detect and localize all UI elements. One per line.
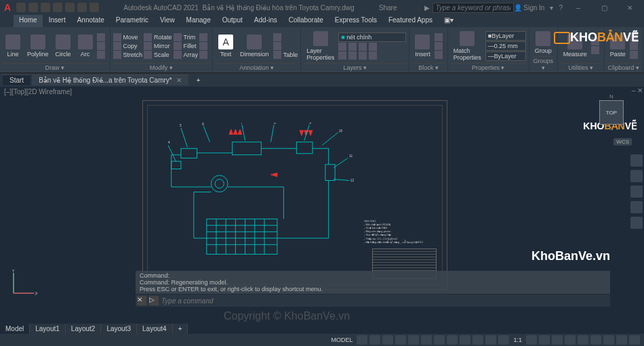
cube-top-face[interactable]: TOP	[599, 100, 624, 125]
tab-manage[interactable]: Manage	[181, 15, 216, 27]
layout-3[interactable]: Layout3	[101, 324, 137, 334]
modify-more-2[interactable]	[199, 42, 209, 50]
draw-more-1[interactable]	[97, 33, 107, 41]
util-tool-2[interactable]	[591, 46, 601, 54]
copy-button[interactable]: Copy	[113, 42, 143, 50]
status-qprop-icon[interactable]	[565, 335, 576, 345]
status-dyn-icon[interactable]	[447, 335, 458, 345]
arc-button[interactable]: Arc	[75, 33, 96, 59]
status-clean-icon[interactable]	[616, 335, 627, 345]
panel-draw-label[interactable]: Draw ▾	[3, 63, 107, 71]
panel-block-label[interactable]: Block ▾	[412, 63, 445, 71]
command-input[interactable]	[161, 297, 609, 305]
nav-showmotion-icon[interactable]	[630, 217, 643, 229]
layout-1[interactable]: Layout1	[30, 324, 66, 334]
status-ortho-icon[interactable]	[382, 335, 393, 345]
anno-scale[interactable]: 1:1	[511, 337, 524, 343]
layer-tool-3[interactable]	[359, 43, 367, 51]
tab-view[interactable]: View	[155, 15, 180, 27]
status-custom-icon[interactable]	[629, 335, 640, 345]
block-tool-3[interactable]	[435, 51, 445, 59]
layer-properties-button[interactable]: Layer Properties	[304, 30, 337, 62]
status-hardware-icon[interactable]	[603, 335, 614, 345]
qat-undo-icon[interactable]	[77, 3, 87, 12]
document-tab[interactable]: Bản vẽ Hệ thống Điề...a trên Toyota Camr…	[32, 74, 188, 85]
drawing-viewport[interactable]: [–][Top][2D Wireframe] – ✕	[0, 87, 644, 310]
clip-tool-3[interactable]	[630, 51, 640, 59]
status-annovis-icon[interactable]	[526, 335, 537, 345]
insert-button[interactable]: Insert	[412, 33, 433, 59]
circle-button[interactable]: Circle	[53, 33, 74, 59]
linetype-combo[interactable]: — ByLayer	[485, 51, 526, 61]
draw-more-2[interactable]	[97, 42, 107, 50]
compass-s[interactable]: S	[592, 125, 630, 131]
layout-model[interactable]: Model	[0, 324, 30, 334]
move-button[interactable]: Move	[113, 33, 143, 41]
compass-n[interactable]: N	[592, 93, 630, 100]
polyline-button[interactable]: Polyline	[24, 33, 52, 59]
close-tab-icon[interactable]: ✕	[176, 77, 182, 84]
status-cycling-icon[interactable]	[485, 335, 496, 345]
layer-tool-1[interactable]	[338, 43, 346, 51]
command-close-icon[interactable]: ✕	[137, 296, 146, 305]
wcs-label[interactable]: WCS	[613, 138, 632, 146]
help-search-input[interactable]	[432, 3, 514, 13]
maximize-button[interactable]: ▢	[594, 4, 614, 12]
viewport-controls[interactable]: [–][Top][2D Wireframe]	[4, 88, 72, 95]
start-tab[interactable]: Start	[3, 74, 31, 85]
draw-more-3[interactable]	[97, 51, 107, 59]
status-units-icon[interactable]	[552, 335, 563, 345]
status-lwt-icon[interactable]	[460, 335, 470, 345]
tab-parametric[interactable]: Parametric	[110, 15, 154, 27]
nav-orbit-icon[interactable]	[630, 201, 643, 213]
view-cube[interactable]: N TOP S	[592, 93, 630, 131]
command-line[interactable]: ✕ ▷	[136, 295, 610, 307]
group-button[interactable]: Group	[532, 30, 555, 56]
share-button[interactable]: Share	[379, 4, 397, 12]
modify-more-1[interactable]	[199, 33, 209, 41]
status-isolate-icon[interactable]	[590, 335, 601, 345]
tab-expand-icon[interactable]: ▣▾	[439, 15, 459, 27]
panel-annotation-label[interactable]: Annotation ▾	[216, 63, 298, 71]
panel-groups-label[interactable]: Groups ▾	[532, 56, 555, 71]
layer-tool-8[interactable]	[369, 51, 377, 60]
layout-add[interactable]: +	[173, 324, 188, 334]
panel-clipboard-label[interactable]: Clipboard ▾	[607, 63, 640, 71]
panel-properties-label[interactable]: Properties ▾	[451, 63, 526, 71]
qat-open-icon[interactable]	[28, 3, 38, 12]
status-grid-icon[interactable]	[357, 335, 367, 345]
status-annomonitor-icon[interactable]	[498, 335, 509, 345]
tab-addins[interactable]: Add-ins	[249, 15, 283, 27]
text-button[interactable]: AText	[216, 33, 236, 59]
nav-zoom-icon[interactable]	[630, 186, 643, 198]
help-icon[interactable]: ?	[559, 4, 563, 12]
leader-button[interactable]	[273, 33, 298, 41]
layer-tool-4[interactable]	[369, 43, 377, 51]
close-button[interactable]: ✕	[620, 4, 640, 12]
panel-layers-label[interactable]: Layers ▾	[304, 63, 406, 71]
color-combo[interactable]: ■ ByLayer	[485, 31, 526, 41]
layer-tool-2[interactable]	[348, 43, 357, 51]
autodesk-app-icon[interactable]: ▾	[550, 4, 553, 12]
tab-output[interactable]: Output	[217, 15, 248, 27]
qat-new-icon[interactable]	[16, 3, 26, 12]
block-tool-2[interactable]	[435, 42, 445, 50]
anno-more[interactable]	[273, 42, 298, 50]
tab-insert[interactable]: Insert	[43, 15, 71, 27]
lineweight-combo[interactable]: — 0.25 mm	[485, 41, 526, 51]
signin-button[interactable]: 👤 Sign In	[514, 4, 545, 12]
modify-more-3[interactable]	[199, 51, 209, 59]
mirror-button[interactable]: Mirror	[144, 42, 172, 50]
qat-redo-icon[interactable]	[89, 3, 99, 12]
status-transparency-icon[interactable]	[472, 335, 483, 345]
scale-button[interactable]: Scale	[144, 51, 172, 59]
layer-tool-6[interactable]	[348, 51, 357, 60]
panel-utilities-label[interactable]: Utilities ▾	[561, 63, 601, 71]
tab-featured[interactable]: Featured Apps	[383, 15, 438, 27]
layer-tool-5[interactable]	[338, 51, 346, 60]
status-osnap-icon[interactable]	[408, 335, 419, 345]
tab-express[interactable]: Express Tools	[329, 15, 382, 27]
tab-annotate[interactable]: Annotate	[72, 15, 110, 27]
layer-combo[interactable]: ■ nét chính	[338, 33, 406, 42]
status-3dosnap-icon[interactable]	[421, 335, 432, 345]
